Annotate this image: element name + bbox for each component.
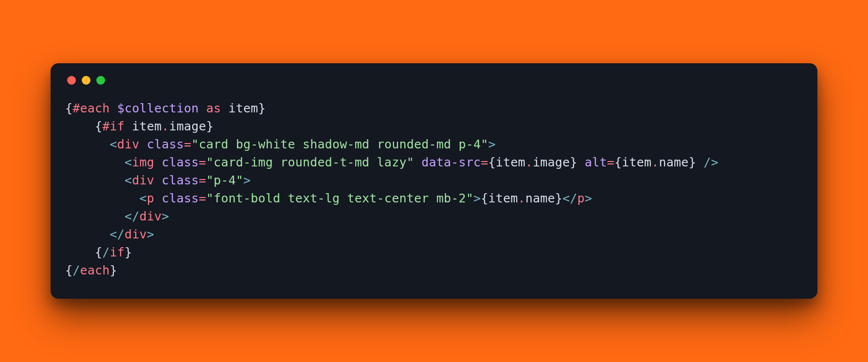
window-traffic-lights — [65, 76, 803, 85]
code-line-3: <div class="card bg-white shadow-md roun… — [65, 137, 496, 151]
code-block[interactable]: {#each $collection as item} {#if item.im… — [65, 99, 803, 279]
code-window: {#each $collection as item} {#if item.im… — [51, 63, 817, 299]
window-zoom-icon[interactable] — [96, 76, 105, 85]
window-minimize-icon[interactable] — [82, 76, 90, 85]
window-close-icon[interactable] — [67, 76, 76, 85]
code-line-5: <div class="p-4"> — [65, 173, 251, 187]
code-line-1: {#each $collection as item} — [65, 101, 266, 115]
code-line-2: {#if item.image} — [65, 119, 214, 133]
code-line-6: <p class="font-bold text-lg text-center … — [65, 191, 592, 205]
code-line-9: {/if} — [65, 245, 132, 259]
code-line-7: </div> — [65, 209, 169, 223]
code-line-4: <img class="card-img rounded-t-md lazy" … — [65, 155, 718, 169]
code-line-8: </div> — [65, 227, 154, 241]
code-line-10: {/each} — [65, 263, 117, 277]
